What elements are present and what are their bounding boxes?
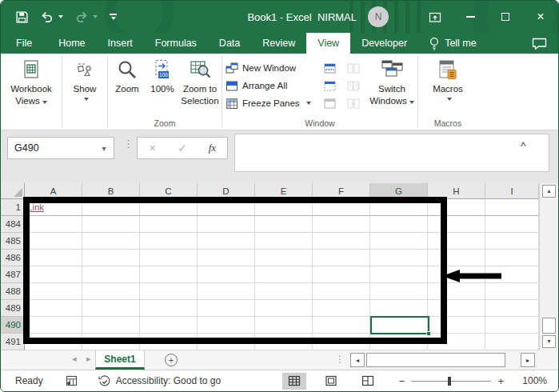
zoom-100-button[interactable]: 100 100% <box>146 54 178 95</box>
zoom-slider-thumb[interactable] <box>448 377 451 386</box>
enter-button[interactable]: ✓ <box>167 138 197 158</box>
tab-formulas[interactable]: Formulas <box>144 33 208 54</box>
tab-bar-splitter[interactable]: ⋮ <box>335 354 345 365</box>
tab-developer[interactable]: Developer <box>350 33 418 54</box>
sheet-nav-left-icon[interactable]: ◂ <box>72 354 77 364</box>
cell-I490[interactable] <box>485 317 539 334</box>
zoom-button[interactable]: Zoom <box>108 54 146 95</box>
reset-window-position-button[interactable] <box>344 94 363 112</box>
cell-I1[interactable] <box>485 199 539 216</box>
scroll-right-icon[interactable]: ▸ <box>521 353 535 367</box>
sheet-nav-right-icon[interactable]: ▸ <box>86 354 91 364</box>
cell-I484[interactable] <box>485 216 539 233</box>
view-side-by-side-button[interactable] <box>344 59 363 77</box>
zoom-level[interactable]: 100% <box>510 375 547 386</box>
redo-button[interactable] <box>75 11 98 22</box>
row-header-490[interactable]: 490 <box>1 317 25 334</box>
feedback-icon[interactable] <box>532 33 547 54</box>
row-header-487[interactable]: 487 <box>1 266 25 283</box>
insert-function-button[interactable]: fx <box>198 138 227 158</box>
normal-view-icon <box>288 375 301 386</box>
close-icon: × <box>537 10 544 23</box>
tab-review[interactable]: Review <box>251 33 306 54</box>
select-all-button[interactable] <box>1 183 25 199</box>
ribbon-tab-row: File Home Insert Formulas Data Review Vi… <box>1 33 558 54</box>
synchronous-scrolling-button[interactable] <box>344 77 363 94</box>
unhide-button[interactable] <box>320 94 339 112</box>
scroll-left-icon[interactable]: ◂ <box>350 353 365 367</box>
vertical-scrollbar[interactable]: ▴ ▾ <box>539 183 558 350</box>
undo-button[interactable] <box>41 11 63 22</box>
cell-I485[interactable] <box>485 233 539 250</box>
ribbon-display-options-button[interactable] <box>417 1 453 33</box>
row-header-489[interactable]: 489 <box>1 300 25 317</box>
scroll-down-icon[interactable]: ▾ <box>542 335 556 348</box>
page-break-preview-icon <box>361 375 374 386</box>
normal-view-button[interactable] <box>282 373 306 390</box>
split-button[interactable] <box>320 59 339 77</box>
new-sheet-button[interactable]: + <box>165 354 178 366</box>
tab-data[interactable]: Data <box>208 33 251 54</box>
page-break-preview-button[interactable] <box>356 373 380 390</box>
page-layout-view-button[interactable] <box>319 373 343 390</box>
zoom-to-selection-button[interactable]: Zoom to Selection <box>178 54 222 107</box>
select-all-icon <box>14 188 22 197</box>
show-button[interactable]: Show <box>62 54 107 101</box>
save-icon[interactable] <box>15 10 29 24</box>
cell-I489[interactable] <box>485 300 539 317</box>
vertical-scrollbar-thumb[interactable] <box>542 318 556 334</box>
freeze-panes-button[interactable]: Freeze Panes <box>222 94 320 112</box>
minimize-button[interactable] <box>453 1 488 33</box>
synchronous-scrolling-icon <box>347 81 360 91</box>
column-header-I[interactable]: I <box>485 183 539 199</box>
row-header-491[interactable]: 491 <box>1 334 25 350</box>
tab-insert[interactable]: Insert <box>97 33 144 54</box>
workbook-views-icon <box>22 58 41 82</box>
row-header-485[interactable]: 485 <box>1 233 25 250</box>
cell-I491[interactable] <box>485 334 539 350</box>
show-dropdown-icon <box>84 98 89 101</box>
tell-me-box[interactable]: Tell me <box>429 33 477 54</box>
new-window-label: New Window <box>242 63 296 73</box>
scroll-up-icon[interactable]: ▴ <box>542 185 556 198</box>
name-box-dropdown-icon[interactable]: ▾ <box>94 144 114 153</box>
maximize-button[interactable] <box>488 1 523 33</box>
tab-file[interactable]: File <box>1 33 47 54</box>
cell-I488[interactable] <box>485 283 539 300</box>
workbook-views-button[interactable]: Workbook Views <box>1 54 62 107</box>
new-window-button[interactable]: New Window <box>222 59 320 77</box>
cancel-button[interactable]: × <box>138 138 167 158</box>
undo-dropdown-icon[interactable] <box>58 15 63 18</box>
sheet-tab-sheet1[interactable]: Sheet1 <box>95 350 145 370</box>
cell-I486[interactable] <box>485 250 539 266</box>
account-name[interactable]: NIRMAL <box>317 11 357 23</box>
arrange-all-icon <box>226 80 238 92</box>
tab-view[interactable]: View <box>306 33 350 54</box>
arrange-all-button[interactable]: Arrange All <box>222 77 320 94</box>
formula-input[interactable] <box>234 134 549 172</box>
collapse-formula-bar-icon[interactable]: ∧ <box>520 140 528 148</box>
tab-spacer <box>477 33 532 54</box>
macros-button[interactable]: Macros <box>418 54 477 101</box>
zoom-slider[interactable] <box>411 381 491 382</box>
hide-button[interactable] <box>320 77 339 94</box>
zoom-out-button[interactable]: − <box>393 375 412 387</box>
row-header-486[interactable]: 486 <box>1 250 25 266</box>
tab-home[interactable]: Home <box>47 33 96 54</box>
macro-record-icon[interactable] <box>66 375 78 386</box>
redo-dropdown-icon[interactable] <box>93 15 98 18</box>
close-button[interactable]: × <box>523 1 558 33</box>
zoom-in-button[interactable]: + <box>491 375 510 387</box>
avatar[interactable]: N <box>368 6 389 27</box>
switch-windows-label: Switch Windows <box>369 84 407 106</box>
accessibility-status[interactable]: Accessibility: Good to go <box>98 375 221 387</box>
formula-bar-splitter[interactable]: ⋮ <box>123 138 134 149</box>
customize-qat-button[interactable] <box>110 14 117 20</box>
row-header-1[interactable]: 1 <box>1 199 25 216</box>
switch-windows-button[interactable]: Switch Windows <box>366 54 417 107</box>
row-header-484[interactable]: 484 <box>1 216 25 233</box>
horizontal-scrollbar-thumb[interactable] <box>366 353 505 367</box>
row-header-488[interactable]: 488 <box>1 283 25 300</box>
name-box[interactable]: G490 ▾ <box>7 137 114 159</box>
macros-dropdown-icon <box>447 98 452 101</box>
